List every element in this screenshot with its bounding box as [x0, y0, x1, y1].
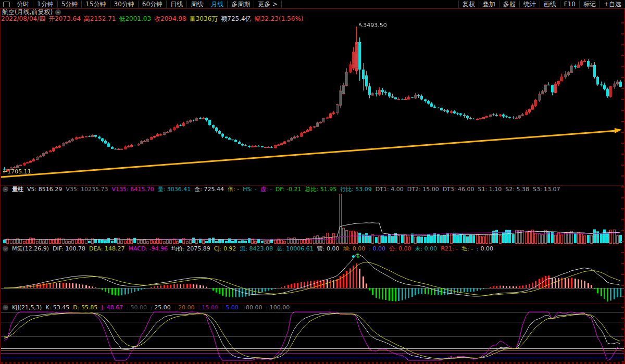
indicator-value: : 0.00 [369, 245, 385, 252]
indicator-value: 虚: - [260, 186, 272, 193]
signal-dot-icon [352, 255, 355, 258]
menu-item-画线[interactable]: 画线 [540, 1, 560, 8]
frame-border-left [0, 9, 1, 364]
collapse-icon[interactable] [3, 246, 8, 252]
time-axis-ticks [1, 362, 624, 364]
macd-chart-canvas[interactable] [1, 252, 624, 304]
indicator-value: 总比: 51.95 [305, 186, 336, 193]
menu-item-日线[interactable]: 日线 [167, 1, 187, 8]
indicator-value: 金: 725.44 [194, 186, 224, 193]
indicator-value: S2: 5.38 [505, 186, 529, 193]
app-icon[interactable] [3, 2, 10, 7]
macd-chart-panel[interactable]: ↓ [1, 252, 624, 304]
menu-right: 复权叠加多股统计画线F10标记+自选 [458, 0, 625, 8]
menu-left: 分时1分钟5分钟15分钟30分钟60分钟日线周线月线多周期更多 > [13, 0, 282, 8]
indicator-value: K: 53.45 [45, 304, 69, 311]
menu-item-月线[interactable]: 月线 [207, 1, 228, 8]
indicator-value: 倍: - [228, 186, 239, 193]
indicator-value: 幅32.23(1.56%) [255, 16, 304, 22]
indicator-value: CJ: 0.92 [214, 245, 236, 252]
volume-chart-panel[interactable] [1, 193, 624, 245]
indicator-value: M笑(12,26,9) [12, 245, 49, 252]
peak-price-label: ↖3493.50 [358, 22, 387, 28]
chevron-down-icon[interactable] [55, 9, 61, 15]
indicator-value: 额725.4亿 [221, 16, 251, 22]
menu-item-多周期[interactable]: 多周期 [228, 1, 254, 8]
indicator-value: : 25.00 [151, 304, 171, 311]
indicator-value: S3: 13.07 [533, 186, 560, 193]
indicator-value: DF: -0.21 [276, 186, 302, 193]
macd-indicator-header: M笑(12,26,9)DIF: 100.78DEA: 148.27MACD: -… [1, 245, 624, 252]
volume-values: 量柱V5: 8516.29V35: 10235.73V135: 6415.70量… [12, 186, 560, 193]
indicator-value: : 0.00 [477, 245, 493, 252]
indicator-value: V5: 8516.29 [27, 186, 62, 193]
collapse-icon[interactable] [3, 186, 8, 192]
indicator-value: 未: 0.00 [415, 245, 438, 252]
volume-chart-canvas[interactable] [1, 193, 624, 245]
indicator-value: 收2094.98 [154, 16, 186, 22]
menu-item-30分钟[interactable]: 30分钟 [110, 1, 139, 8]
indicator-value: 流: 8423.08 [240, 245, 273, 252]
indicator-value: 均价: 2075.89 [171, 245, 210, 252]
menu-item-15分钟[interactable]: 15分钟 [82, 1, 110, 8]
macd-values: M笑(12,26,9)DIF: 100.78DEA: 148.27MACD: -… [12, 245, 493, 252]
volume-indicator-header: 量柱V5: 8516.29V35: 10235.73V135: 6415.70量… [1, 185, 624, 193]
indicator-value: DT3: 46.00 [443, 186, 474, 193]
indicator-value: DEA: 148.27 [89, 245, 124, 252]
indicator-value: S1: 1.10 [478, 186, 502, 193]
indicator-value: 量3036万 [190, 16, 218, 22]
collapse-icon[interactable] [3, 305, 8, 310]
indicator-value: : 5.00 [222, 304, 239, 311]
menu-item-叠加[interactable]: 叠加 [479, 1, 499, 8]
kdj-chart-panel[interactable] [1, 311, 624, 362]
menu-item-复权[interactable]: 复权 [458, 1, 479, 8]
menu-item-周线[interactable]: 周线 [187, 1, 207, 8]
menu-item-5分钟[interactable]: 5分钟 [58, 1, 82, 8]
kdj-values: KJJ(21,5,3)K: 53.45D: 55.85J: 48.67: 50.… [12, 304, 290, 311]
menu-item-F10[interactable]: F10 [560, 1, 579, 8]
price-chart-panel[interactable]: ↖3493.50←1705.11 [1, 22, 624, 185]
indicator-value: HS: - [243, 186, 256, 193]
indicator-value: DT2: 15.00 [407, 186, 439, 193]
indicator-value: 高2152.71 [84, 16, 116, 22]
indicator-value: KJJ(21,5,3) [12, 304, 42, 311]
indicator-value: V35: 10235.73 [66, 186, 108, 193]
indicator-value: V135: 6415.70 [111, 186, 154, 193]
stock-app-window: 分时1分钟5分钟15分钟30分钟60分钟日线周线月线多周期更多 > 复权叠加多股… [0, 0, 625, 364]
indicator-value: 营: 0.00 [317, 245, 340, 252]
menu-item-多股[interactable]: 多股 [499, 1, 519, 8]
price-chart-canvas[interactable] [1, 22, 624, 185]
menu-item-更多 >[interactable]: 更多 > [254, 1, 282, 8]
indicator-value: 开2073.64 [48, 16, 81, 22]
indicator-value: : 100.00 [266, 304, 290, 311]
menu-item-60分钟[interactable]: 60分钟 [139, 1, 167, 8]
indicator-value: DIF: 100.78 [53, 245, 85, 252]
kdj-chart-canvas[interactable] [1, 311, 624, 362]
indicator-value: : 20.00 [174, 304, 195, 311]
indicator-value: 行比: 53.09 [340, 186, 372, 193]
menu-item-1分钟[interactable]: 1分钟 [33, 1, 58, 8]
menu-item-标记[interactable]: 标记 [579, 1, 599, 8]
indicator-value: MACD: -94.96 [128, 245, 168, 252]
indicator-value: R21: - [441, 245, 458, 252]
indicator-value: : 50.00 [127, 304, 147, 311]
indicator-value: J: 48.67 [101, 304, 123, 311]
ohlc-info-bar: 2022/08/04/四开2073.64高2152.71低2001.03收209… [1, 16, 624, 22]
indicator-value: 量柱 [12, 186, 23, 193]
menu-item-分时[interactable]: 分时 [13, 1, 33, 8]
indicator-value: 公: 0.00 [389, 245, 411, 252]
menu-item-+自选[interactable]: +自选 [599, 1, 625, 8]
indicator-value: 低2001.03 [119, 16, 151, 22]
indicator-value: DT1: 4.00 [376, 186, 404, 193]
sell-arrow-icon: ↓ [355, 252, 361, 259]
indicator-value: 总: 10006.61 [277, 245, 314, 252]
indicator-value: 2022/08/04/四 [1, 16, 45, 22]
indicator-value: 量: 3036.41 [158, 186, 191, 193]
start-price-label: ←1705.11 [3, 169, 31, 174]
indicator-value: 增: 0.00 [343, 245, 365, 252]
kdj-indicator-header: KJJ(21,5,3)K: 53.45D: 55.85J: 48.67: 50.… [1, 304, 624, 311]
indicator-value: : 80.00 [242, 304, 262, 311]
indicator-value: : 15.00 [198, 304, 218, 311]
menu-item-统计[interactable]: 统计 [519, 1, 540, 8]
period-menu-bar: 分时1分钟5分钟15分钟30分钟60分钟日线周线月线多周期更多 > 复权叠加多股… [0, 0, 625, 9]
